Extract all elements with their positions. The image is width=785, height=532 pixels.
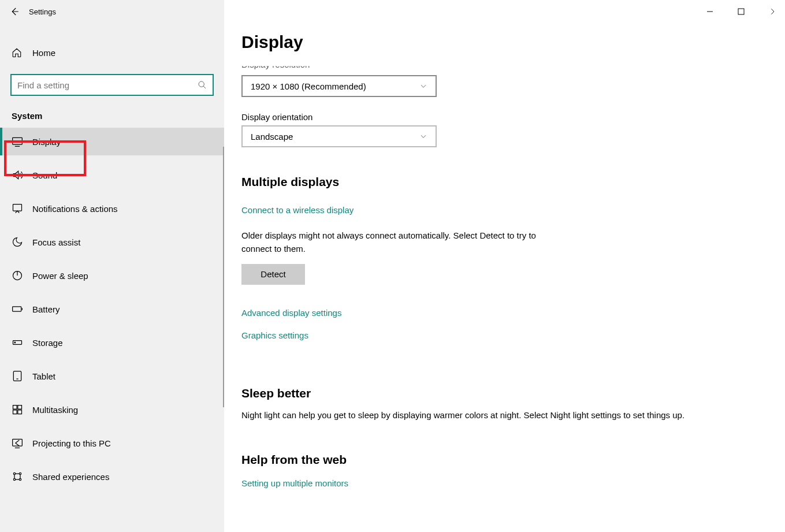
orientation-value: Landscape [251, 132, 293, 142]
sidebar-item-tablet[interactable]: Tablet [0, 362, 224, 390]
multitasking-icon [12, 404, 32, 415]
page-title: Display [241, 32, 768, 52]
svg-rect-7 [13, 371, 21, 381]
sidebar-home-label: Home [32, 48, 55, 58]
svg-point-12 [19, 478, 21, 480]
forward-button[interactable] [765, 5, 779, 18]
sidebar-item-label: Battery [32, 304, 60, 314]
minimize-button[interactable] [703, 5, 717, 18]
sidebar-item-battery[interactable]: Battery [0, 295, 224, 323]
search-icon [198, 80, 207, 90]
detect-button[interactable]: Detect [241, 264, 305, 285]
search-box[interactable] [10, 74, 214, 96]
svg-rect-1 [13, 137, 23, 144]
sidebar-item-label: Multitasking [32, 405, 78, 415]
chevron-down-icon [419, 132, 427, 140]
graphics-settings-link[interactable]: Graphics settings [241, 330, 768, 340]
back-button[interactable] [0, 0, 29, 23]
maximize-button[interactable] [734, 5, 748, 18]
sound-icon [12, 169, 32, 181]
projecting-icon [12, 437, 32, 449]
advanced-display-settings-link[interactable]: Advanced display settings [241, 308, 768, 318]
shared-experiences-icon [12, 471, 32, 482]
sidebar-item-focus-assist[interactable]: Focus assist [0, 228, 224, 256]
svg-point-10 [19, 473, 21, 474]
svg-point-6 [14, 342, 16, 343]
storage-icon [12, 337, 32, 348]
svg-rect-13 [738, 9, 744, 14]
notifications-icon [12, 203, 32, 214]
svg-point-9 [13, 473, 15, 474]
resolution-value: 1920 × 1080 (Recommended) [251, 81, 366, 91]
sidebar-item-label: Power & sleep [32, 271, 88, 281]
window-controls [703, 5, 779, 18]
connect-wireless-display-link[interactable]: Connect to a wireless display [241, 205, 768, 215]
sidebar-home[interactable]: Home [0, 39, 224, 66]
sidebar-item-shared-experiences[interactable]: Shared experiences [0, 463, 224, 490]
svg-point-0 [199, 81, 204, 87]
sidebar-item-multitasking[interactable]: Multitasking [0, 396, 224, 423]
display-icon [12, 136, 32, 147]
battery-icon [12, 303, 32, 315]
sidebar: Settings Home System Display Sound Notif… [0, 0, 224, 532]
orientation-dropdown[interactable]: Landscape [241, 125, 437, 147]
help-from-web-heading: Help from the web [241, 453, 768, 467]
sleep-better-text: Night light can help you get to sleep by… [241, 408, 761, 422]
search-input[interactable] [17, 80, 198, 90]
sidebar-item-notifications[interactable]: Notifications & actions [0, 195, 224, 222]
focus-assist-icon [12, 236, 32, 248]
sidebar-item-label: Projecting to this PC [32, 438, 111, 448]
svg-rect-4 [13, 307, 21, 311]
sidebar-item-label: Display [32, 137, 61, 147]
sidebar-item-label: Storage [32, 338, 63, 348]
sidebar-item-label: Focus assist [32, 237, 80, 247]
sleep-better-heading: Sleep better [241, 386, 768, 400]
tablet-icon [12, 370, 32, 382]
multiple-displays-heading: Multiple displays [241, 175, 768, 189]
sidebar-item-projecting[interactable]: Projecting to this PC [0, 429, 224, 457]
titlebar: Settings [0, 0, 224, 23]
sidebar-item-label: Tablet [32, 371, 55, 381]
detect-description: Older displays might not always connect … [241, 229, 559, 256]
sidebar-item-storage[interactable]: Storage [0, 329, 224, 356]
sidebar-section-label: System [0, 96, 224, 128]
window-title: Settings [29, 8, 56, 16]
content-area: Display Display resolution 1920 × 1080 (… [224, 0, 785, 532]
home-icon [12, 47, 32, 58]
sidebar-item-display[interactable]: Display [0, 128, 224, 155]
setting-up-monitors-link[interactable]: Setting up multiple monitors [241, 478, 768, 488]
sidebar-item-power-sleep[interactable]: Power & sleep [0, 262, 224, 289]
svg-point-11 [13, 478, 15, 480]
sidebar-item-label: Notifications & actions [32, 204, 118, 214]
resolution-dropdown[interactable]: 1920 × 1080 (Recommended) [241, 75, 437, 97]
sidebar-item-sound[interactable]: Sound [0, 161, 224, 189]
power-icon [12, 270, 32, 281]
sidebar-item-label: Shared experiences [32, 472, 109, 482]
chevron-down-icon [419, 82, 427, 90]
orientation-label: Display orientation [241, 112, 768, 122]
resolution-label: Display resolution [241, 58, 768, 72]
svg-rect-2 [13, 204, 22, 211]
sidebar-item-label: Sound [32, 170, 57, 180]
